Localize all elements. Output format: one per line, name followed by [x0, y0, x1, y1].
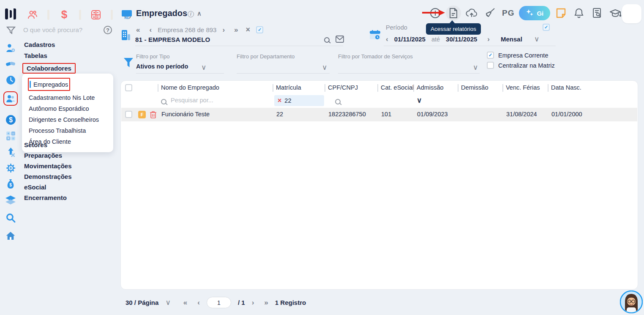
company-next-icon[interactable]: ›: [222, 26, 225, 33]
notifications-bell-icon[interactable]: [571, 5, 587, 21]
reports-icon[interactable]: [446, 5, 461, 21]
period-next-icon[interactable]: ›: [487, 36, 490, 43]
sidebar-icon-pesquisa[interactable]: [3, 211, 18, 225]
graduation-cap-icon[interactable]: [608, 5, 623, 21]
period-label: Período: [386, 24, 407, 31]
period-mode-chevron-icon[interactable]: ∨: [534, 36, 539, 43]
pg-button[interactable]: PG: [500, 5, 516, 21]
sidebar-icon-colaboradores[interactable]: [3, 91, 18, 106]
cat-esocial-filter-chevron-icon[interactable]: ∨: [417, 97, 422, 104]
cpf-search-icon[interactable]: [335, 99, 341, 104]
per-page-select[interactable]: 30 / Página: [126, 299, 158, 306]
divider: [338, 73, 480, 74]
period-mode-select[interactable]: Mensal: [501, 36, 522, 43]
page-number-input[interactable]: [207, 297, 231, 308]
delete-row-icon[interactable]: [150, 111, 157, 119]
company-last-icon[interactable]: »: [234, 26, 238, 33]
divider: [377, 84, 378, 92]
active-indicator: [30, 81, 31, 88]
row-checkbox[interactable]: [125, 111, 132, 118]
submenu-item-dirigentes[interactable]: Dirigentes e Conselheiros: [28, 114, 107, 125]
sidebar-icon-dollar[interactable]: $: [3, 112, 18, 127]
clear-filter-icon[interactable]: ×: [278, 97, 281, 104]
reports-tooltip: Acessar relatórios: [426, 23, 481, 35]
col-demissao[interactable]: Demissão: [461, 84, 488, 91]
filter-department-select[interactable]: [237, 63, 330, 71]
sidebar-icon-tabelas[interactable]: [3, 57, 18, 71]
filter-tomador-select[interactable]: [338, 63, 480, 71]
sidebar-item-movimentacoes[interactable]: Movimentações: [24, 162, 72, 170]
collapse-header-icon[interactable]: ∧: [197, 10, 202, 16]
company-prev-icon[interactable]: ‹: [149, 26, 152, 33]
sidebar-icon-demonstracoes[interactable]: $: [3, 177, 18, 191]
divider: [502, 84, 503, 92]
company-first-icon[interactable]: «: [136, 26, 140, 33]
sidebar-icon-preparacoes[interactable]: [3, 161, 18, 175]
table-row[interactable]: F Funcionário Teste 22 18223286750 101 0…: [121, 108, 637, 121]
col-venc-ferias[interactable]: Venc. Férias: [506, 84, 540, 91]
gi-assistant-button[interactable]: Gi: [519, 6, 550, 20]
empresa-corrente-checkbox[interactable]: ✓: [487, 52, 494, 59]
filter-type-select[interactable]: Ativos no período: [136, 63, 188, 70]
per-page-chevron-icon[interactable]: ∨: [165, 299, 170, 306]
col-nome[interactable]: Nome do Empregado: [161, 84, 219, 91]
page-last-icon[interactable]: »: [264, 299, 268, 306]
sidebar-search-input[interactable]: [23, 26, 99, 33]
select-all-checkbox[interactable]: [125, 84, 132, 91]
submenu-item-processo[interactable]: Processo Trabalhista: [28, 125, 107, 136]
filter-tomador-chevron-icon[interactable]: ∨: [473, 64, 478, 71]
sidebar-item-preparacoes[interactable]: Preparações: [24, 152, 62, 159]
broom-icon[interactable]: [482, 5, 497, 21]
page-first-icon[interactable]: «: [183, 299, 187, 306]
company-name[interactable]: 81 - EMPRESA MODELO: [135, 36, 210, 43]
mail-icon[interactable]: [336, 36, 344, 43]
col-admissao[interactable]: Admissão: [417, 84, 444, 91]
sidebar-icon-clock[interactable]: [3, 73, 18, 87]
cloud-upload-icon[interactable]: [464, 5, 479, 21]
support-chat-avatar[interactable]: [620, 290, 643, 313]
sidebar-item-cadastros[interactable]: Cadastros: [24, 41, 55, 48]
filter-funnel-icon[interactable]: [6, 25, 16, 36]
name-search-input[interactable]: [171, 97, 247, 104]
sidebar-item-colaboradores[interactable]: Colaboradores: [22, 63, 76, 74]
sidebar-icon-cadastros[interactable]: [3, 41, 18, 55]
sidebar-item-demonstracoes[interactable]: Demonstrações: [24, 173, 72, 180]
notes-icon[interactable]: [553, 5, 568, 21]
company-clear-icon[interactable]: ×: [246, 26, 251, 33]
filter-department-chevron-icon[interactable]: ∨: [322, 64, 327, 71]
sidebar-icon-calculadora[interactable]: + − × =: [3, 129, 18, 143]
svg-text:$: $: [9, 183, 12, 187]
sidebar-icon-esocial[interactable]: [3, 193, 18, 207]
col-data-nasc[interactable]: Data Nasc.: [551, 84, 581, 91]
document-search-icon[interactable]: [589, 5, 605, 21]
people-module-icon[interactable]: [26, 8, 39, 21]
company-search-icon[interactable]: [324, 37, 330, 43]
page-next-icon[interactable]: ›: [252, 299, 254, 306]
sidebar-item-setores[interactable]: Setores: [24, 141, 47, 148]
sidebar-item-encerramento[interactable]: Encerramento: [24, 194, 67, 201]
calculator-module-icon[interactable]: [90, 8, 102, 21]
user-avatar-placeholder[interactable]: [622, 4, 641, 23]
matricula-filter-chip[interactable]: × 22: [274, 95, 324, 106]
period-prev-icon[interactable]: ‹: [386, 36, 388, 43]
col-matricula[interactable]: Matrícula: [276, 84, 301, 91]
centralizar-matriz-checkbox[interactable]: [487, 62, 494, 69]
sidebar-icon-movimentos[interactable]: [3, 145, 18, 159]
submenu-item-autonomo[interactable]: Autônomo Esporádico: [28, 103, 107, 114]
col-cat-esocial[interactable]: Cat. eSocial: [381, 84, 414, 91]
submenu-item-cadastramento-nis[interactable]: Cadastramento Nis Lote: [28, 92, 107, 103]
period-end-date[interactable]: 30/11/2025: [446, 36, 477, 43]
filter-type-chevron-icon[interactable]: ∨: [201, 64, 206, 71]
info-icon[interactable]: i: [188, 11, 194, 17]
sidebar-icon-home[interactable]: [3, 228, 18, 243]
help-icon[interactable]: ?: [104, 26, 112, 34]
submenu-item-empregados[interactable]: Empregados: [28, 78, 70, 91]
page-prev-icon[interactable]: ‹: [197, 299, 200, 306]
period-start-date[interactable]: 01/11/2025: [394, 36, 426, 43]
sidebar-item-esocial[interactable]: eSocial: [24, 184, 46, 191]
col-cpf[interactable]: CPF/CNPJ: [328, 84, 358, 91]
sidebar-item-tabelas[interactable]: Tabelas: [24, 52, 47, 59]
dollar-module-icon[interactable]: $: [58, 8, 71, 21]
company-checkbox[interactable]: ✓: [256, 26, 263, 33]
period-checkbox[interactable]: ✓: [543, 24, 550, 31]
